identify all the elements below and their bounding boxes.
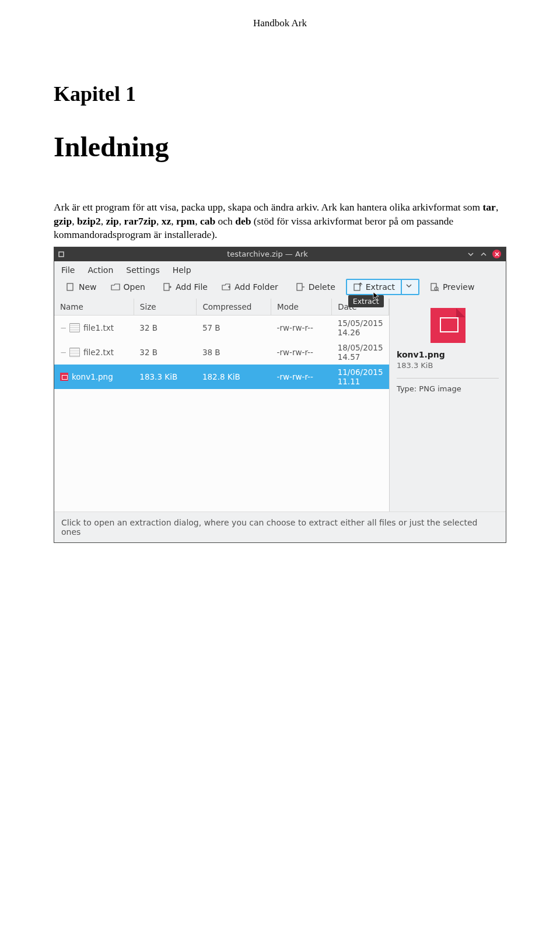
open-button[interactable]: Open [104,279,152,295]
ark-screenshot: testarchive.zip — Ark File Action Settin… [54,247,506,543]
menubar: File Action Settings Help [54,261,506,277]
table-header-row: Name Size Compressed Mode Date [54,299,389,316]
file-date: 11/06/2015 11.11 [332,365,389,389]
fmt-tar: tar [483,201,496,213]
cursor-icon [373,292,380,301]
add-file-button[interactable]: Add File [156,279,215,295]
svg-rect-1 [67,283,73,290]
tree-toggle-icon: − [60,348,66,357]
col-size[interactable]: Size [134,299,197,316]
intro-paragraph: Ark är ett program för att visa, packa u… [54,201,506,242]
col-mode[interactable]: Mode [271,299,332,316]
table-row[interactable]: −file1.txt 32 B 57 B -rw-rw-r-- 15/05/20… [54,315,389,340]
window-titlebar: testarchive.zip — Ark [54,247,506,261]
open-folder-icon [111,282,120,292]
fmt-rpm: rpm [176,215,195,227]
fmt-cab: cab [200,215,215,227]
col-name[interactable]: Name [54,299,134,316]
file-name: file1.txt [83,323,114,332]
file-name: file2.txt [83,348,114,357]
preview-icon [430,282,439,292]
para-text: Ark är ett program för att visa, packa u… [54,201,483,213]
new-icon [66,282,75,292]
delete-icon [296,282,305,292]
file-date: 15/05/2015 14.26 [332,315,389,340]
preview-button[interactable]: Preview [423,279,482,295]
text-file-icon [69,323,80,332]
close-icon[interactable] [492,250,501,258]
file-date: 18/05/2015 14.57 [332,340,389,365]
window-body: File Action Settings Help New Open Add F… [54,261,506,542]
menu-action[interactable]: Action [88,265,113,275]
file-compressed: 38 B [197,340,271,365]
file-size: 32 B [134,315,197,340]
file-list: Name Size Compressed Mode Date −file1.tx… [54,299,389,511]
file-mode: -rw-rw-r-- [271,340,332,365]
menu-help[interactable]: Help [173,265,191,275]
file-size: 183.3 KiB [134,365,197,389]
svg-rect-0 [59,252,64,257]
fmt-zip: zip [106,215,118,227]
table-row-selected[interactable]: konv1.png 183.3 KiB 182.8 KiB -rw-rw-r--… [54,365,389,389]
running-header: Handbok Ark [54,17,506,29]
svg-rect-2 [164,283,169,290]
file-mode: -rw-rw-r-- [271,365,332,389]
preview-filetype: Type: PNG image [397,384,499,393]
chapter-title: Inledning [54,131,506,163]
file-mode: -rw-rw-r-- [271,315,332,340]
fmt-xz: xz [162,215,172,227]
document-page: Handbok Ark Kapitel 1 Inledning Ark är e… [0,0,560,932]
preview-filename: konv1.png [397,350,499,359]
tree-toggle-icon: − [60,323,66,332]
minimize-icon[interactable] [467,250,475,258]
svg-line-8 [438,290,439,291]
extract-dropdown[interactable] [401,279,419,295]
file-compressed: 57 B [197,315,271,340]
app-icon [54,251,68,258]
file-compressed: 182.8 KiB [197,365,271,389]
fmt-rar7zip: rar7zip [124,215,156,227]
empty-area [54,389,389,511]
extract-button[interactable]: Extract Extract [346,279,402,295]
status-bar: Click to open an extraction dialog, wher… [54,511,506,542]
svg-rect-3 [297,283,302,290]
menu-settings[interactable]: Settings [126,265,159,275]
preview-panel: konv1.png 183.3 KiB Type: PNG image [389,299,506,511]
png-file-icon [60,373,68,381]
add-folder-button[interactable]: Add Folder [215,279,285,295]
chapter-label: Kapitel 1 [54,82,506,106]
preview-image-icon [430,308,466,343]
svg-rect-5 [354,284,360,290]
delete-button[interactable]: Delete [289,279,342,295]
new-button[interactable]: New [59,279,104,295]
fmt-gzip: gzip [54,215,72,227]
add-file-icon [163,282,172,292]
divider [397,378,499,379]
file-size: 32 B [134,340,197,365]
fmt-bzip2: bzip2 [77,215,101,227]
col-compressed[interactable]: Compressed [197,299,271,316]
extract-icon [353,282,362,292]
maximize-icon[interactable] [480,250,488,258]
menu-file[interactable]: File [61,265,75,275]
file-name: konv1.png [72,372,113,381]
table-row[interactable]: −file2.txt 32 B 38 B -rw-rw-r-- 18/05/20… [54,340,389,365]
toolbar: New Open Add File Add Folder [54,277,506,299]
file-table: Name Size Compressed Mode Date −file1.tx… [54,299,389,389]
chevron-down-icon [405,282,415,292]
fmt-deb: deb [235,215,251,227]
content-area: Name Size Compressed Mode Date −file1.tx… [54,299,506,511]
text-file-icon [69,348,80,357]
preview-filesize: 183.3 KiB [397,361,499,370]
add-folder-icon [222,282,231,292]
window-title: testarchive.zip — Ark [68,250,467,258]
